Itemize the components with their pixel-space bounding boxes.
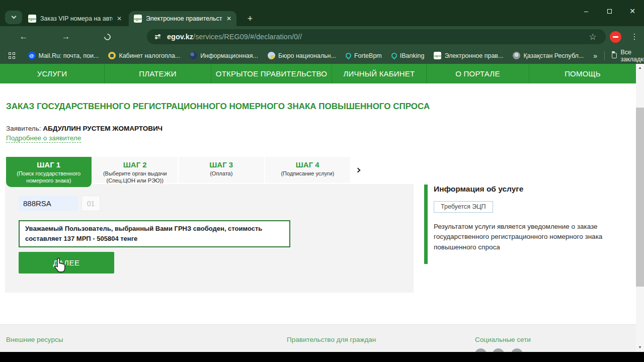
bookmark-bureau[interactable]: Бюро национальн... xyxy=(268,52,336,59)
nav-item-payments[interactable]: ПЛАТЕЖИ xyxy=(105,64,211,83)
step-tab-1[interactable]: ШАГ 1 (Поиск государственного номерного … xyxy=(6,157,93,187)
step-desc: (Оплата) xyxy=(179,170,264,177)
window-controls: – ✕ xyxy=(575,0,644,22)
site-nav: УСЛУГИ ПЛАТЕЖИ ОТКРЫТОЕ ПРАВИТЕЛЬСТВО ЛИ… xyxy=(0,64,636,83)
bookmark-star-button[interactable]: ☆ xyxy=(586,26,600,47)
step-name: ШАГ 1 xyxy=(6,160,92,169)
bookmark-mailru[interactable]: @ Mail.Ru: почта, пои... xyxy=(28,52,99,59)
step-tab-2[interactable]: ШАГ 2 (Выберите орган выдачи (Спец.ЦОН и… xyxy=(93,157,179,183)
bookmarks-overflow-button[interactable]: » xyxy=(593,52,597,60)
bookmark-label: Mail.Ru: почта, пои... xyxy=(39,52,99,59)
forward-button[interactable]: → xyxy=(58,26,73,47)
tab-title: Заказ VIP номера на автотран xyxy=(40,15,113,22)
step-name: ШАГ 4 xyxy=(265,160,351,169)
footer-external-resources: Внешние ресурсы xyxy=(6,336,63,343)
bookmark-label: Электронное прав... xyxy=(444,52,503,59)
bookmark-information[interactable]: Информационная... xyxy=(190,52,258,59)
applicant-name: АБДУЛЛИН РУСТЕМ ЖОМАРТОВИЧ xyxy=(43,125,163,132)
window-restore-button[interactable] xyxy=(598,0,621,22)
applicant-line: Заявитель: АБДУЛЛИН РУСТЕМ ЖОМАРТОВИЧ xyxy=(6,125,163,132)
egov-favicon-icon: egov xyxy=(434,52,441,59)
steps-next-chevron-button[interactable] xyxy=(351,157,364,183)
window-close-button[interactable]: ✕ xyxy=(621,0,644,22)
step1-form-panel: 01 Уважаемый Пользователь, выбранный Вам… xyxy=(5,184,414,293)
step-tab-4[interactable]: ШАГ 4 (Подписание услуги) xyxy=(265,157,352,183)
step-tabs: ШАГ 1 (Поиск государственного номерного … xyxy=(6,157,364,187)
scroll-up-arrow[interactable]: ▲ xyxy=(636,66,644,69)
nav-item-help[interactable]: ПОМОЩЬ xyxy=(529,64,636,83)
applicant-label: Заявитель: xyxy=(6,125,41,132)
url-domain: egov.kz xyxy=(167,33,193,41)
url-path: /services/REG09/#/declaration/0// xyxy=(193,33,302,41)
all-bookmarks-button[interactable]: Все закладки xyxy=(620,49,644,63)
step-tab-3[interactable]: ШАГ 3 (Оплата) xyxy=(179,157,265,183)
browser-titlebar: egov Заказ VIP номера на автотран ✕ egov… xyxy=(0,0,644,26)
footer-social-networks: Социальные сети xyxy=(475,336,531,343)
plate-number-input[interactable] xyxy=(19,196,78,211)
folder-icon xyxy=(612,53,617,58)
forte-swirl-icon xyxy=(345,52,353,60)
step-name: ШАГ 2 xyxy=(93,160,178,169)
service-result-text: Результатом услуги является уведомление … xyxy=(434,222,612,252)
mailru-icon: @ xyxy=(28,52,36,59)
nav-item-services[interactable]: УСЛУГИ xyxy=(0,64,105,83)
bookmark-label: Информационная... xyxy=(200,52,258,59)
egov-favicon-icon: egov xyxy=(134,15,142,23)
step-desc: (Поиск государственного номерного знака) xyxy=(6,170,92,185)
tab-close-icon[interactable]: ✕ xyxy=(117,15,122,22)
next-button[interactable]: ДАЛЕЕ xyxy=(19,252,114,274)
browser-tab-inactive[interactable]: egov Заказ VIP номера на автотран ✕ xyxy=(23,11,127,26)
bookmark-label: ForteBpm xyxy=(354,52,382,59)
bookmark-fortebpm[interactable]: ForteBpm xyxy=(346,52,382,59)
bookmark-label: IBanking xyxy=(400,52,425,59)
kz-emblem-icon xyxy=(513,52,520,59)
globe-icon xyxy=(190,52,197,59)
bookmark-tax-cabinet[interactable]: Кабинет налогопла... xyxy=(108,52,180,59)
window-minimize-button[interactable]: – xyxy=(575,0,598,22)
apps-grid-icon[interactable] xyxy=(9,52,15,59)
reload-icon xyxy=(103,32,112,41)
reload-button[interactable] xyxy=(100,26,115,47)
bookmark-ibanking[interactable]: IBanking xyxy=(391,52,425,59)
nav-item-open-government[interactable]: ОТКРЫТОЕ ПРАВИТЕЛЬСТВО xyxy=(211,64,332,83)
tab-close-icon[interactable]: ✕ xyxy=(226,15,231,22)
page-title: ЗАКАЗ ГОСУДАРСТВЕННОГО РЕГИСТРАЦИОННОГО … xyxy=(6,102,449,112)
site-settings-icon[interactable] xyxy=(155,35,160,38)
forte-swirl-icon xyxy=(390,52,398,60)
scroll-down-arrow[interactable]: ▼ xyxy=(636,345,644,349)
chevron-down-icon xyxy=(11,14,16,19)
chevron-right-icon xyxy=(355,167,360,172)
footer-gov-for-citizens: Правительство для граждан xyxy=(287,336,376,343)
step-desc: (Выберите орган выдачи (Спец.ЦОН или РЭО… xyxy=(93,170,178,185)
divider xyxy=(604,51,605,60)
address-bar[interactable]: egov.kz/services/REG09/#/declaration/0// xyxy=(147,29,606,44)
bookmark-egov[interactable]: egov Электронное прав... xyxy=(434,52,503,59)
nav-item-about-portal[interactable]: О ПОРТАЛЕ xyxy=(427,64,529,83)
tab-title: Электронное правительство Р xyxy=(146,15,222,22)
browser-window: egov Заказ VIP номера на автотран ✕ egov… xyxy=(0,0,644,362)
service-info-heading: Информация об услуге xyxy=(434,185,523,194)
bookmark-label: Қазақстан Республ... xyxy=(523,52,584,59)
recording-extension-icon[interactable] xyxy=(610,31,621,43)
plate-status-message: Уважаемый Пользователь, выбранный Вами Г… xyxy=(19,220,290,247)
bookmark-label: Бюро национальн... xyxy=(278,52,336,59)
browser-tab-active[interactable]: egov Электронное правительство Р ✕ xyxy=(129,11,236,26)
nav-item-personal-cabinet[interactable]: ЛИЧНЫЙ КАБИНЕТ xyxy=(332,64,427,83)
page-scrollbar[interactable]: ▲ ▼ xyxy=(636,64,644,352)
bookmark-kazakhstan[interactable]: Қазақстан Республ... xyxy=(513,52,584,59)
bureau-icon xyxy=(268,52,275,59)
bookmarks-bar: @ Mail.Ru: почта, пои... Кабинет налогоп… xyxy=(0,47,644,64)
back-button[interactable]: ← xyxy=(16,26,31,47)
browser-menu-button[interactable]: ⋮ xyxy=(628,26,641,47)
step-name: ШАГ 3 xyxy=(179,160,264,169)
browser-toolbar: ← → egov.kz/services/REG09/#/declaration… xyxy=(0,26,644,47)
egov-favicon-icon: egov xyxy=(28,15,36,23)
digital-signature-badge: Требуется ЭЦП xyxy=(434,201,493,213)
region-code-field[interactable]: 01 xyxy=(82,196,100,211)
new-tab-button[interactable]: + xyxy=(244,12,257,25)
applicant-details-link[interactable]: Подробнее о заявителе xyxy=(6,134,81,143)
sidebar-accent-bar xyxy=(424,185,428,264)
scrollbar-thumb[interactable] xyxy=(636,108,644,287)
tab-search-button[interactable] xyxy=(5,11,22,24)
emblem-icon xyxy=(108,52,116,59)
